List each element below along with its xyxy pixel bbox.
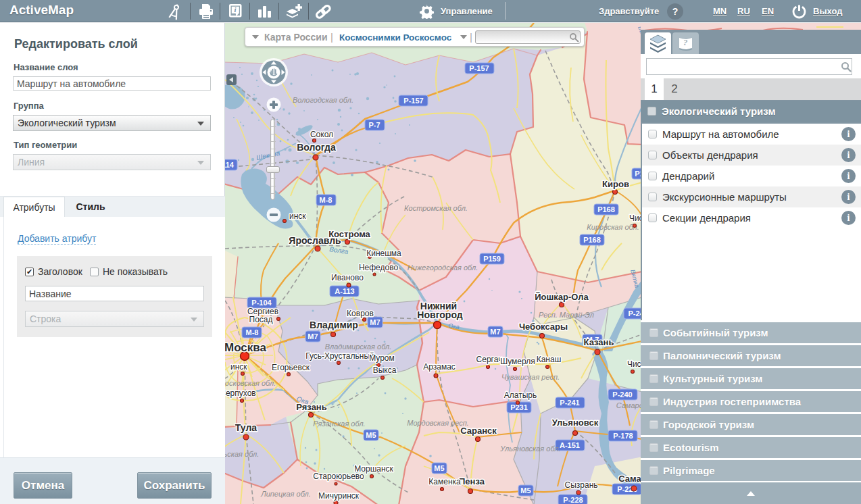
svg-text:Ульяновск: Ульяновск [552, 418, 599, 428]
svg-text:инск: инск [230, 362, 247, 372]
svg-text:Сызрань: Сызрань [564, 480, 597, 490]
svg-text:Р-157: Р-157 [469, 64, 489, 72]
svg-text:Выкса: Выкса [373, 366, 397, 375]
svg-text:Гусь-Хрустальный: Гусь-Хрустальный [305, 351, 374, 361]
svg-text:Р159: Р159 [483, 255, 501, 263]
svg-text:Саранск: Саранск [460, 426, 497, 436]
svg-text:Серпухов: Серпухов [225, 388, 256, 398]
svg-text:Р-24: Р-24 [628, 309, 641, 318]
svg-text:Йошкар-Ола: Йошкар-Ола [535, 292, 589, 302]
svg-text:Алатырь: Алатырь [504, 390, 537, 400]
svg-text:?: ? [683, 37, 688, 47]
svg-text:Тульская обл.: Тульская обл. [225, 450, 259, 458]
svg-text:А-151: А-151 [560, 441, 580, 449]
svg-text:Р-241: Р-241 [560, 399, 579, 407]
svg-text:Мичуринск: Мичуринск [318, 491, 360, 501]
svg-text:Ковров: Ковров [347, 309, 374, 318]
svg-text:Шексна: Шексна [255, 149, 280, 161]
svg-text:Р-178: Р-178 [613, 432, 633, 440]
svg-text:М-8: М-8 [320, 196, 333, 204]
svg-text:Вологодская обл.: Вологодская обл. [293, 96, 353, 104]
svg-text:Кострома: Кострома [328, 229, 370, 239]
svg-text:Сергач: Сергач [476, 355, 503, 364]
svg-text:М-8: М-8 [246, 328, 259, 336]
svg-text:Муром: Муром [369, 353, 395, 363]
svg-text:Вологда: Вологда [297, 142, 336, 153]
svg-text:Чист: Чист [627, 359, 641, 369]
svg-text:Рязань: Рязань [296, 402, 326, 412]
svg-text:Волга: Волга [329, 245, 349, 255]
svg-text:М7: М7 [490, 328, 500, 336]
svg-text:Р168: Р168 [597, 205, 615, 213]
svg-text:Московская обл.: Московская обл. [225, 379, 276, 387]
svg-text:М5: М5 [520, 486, 531, 495]
svg-text:Сокол: Сокол [310, 130, 333, 139]
svg-text:Вятка: Вятка [629, 269, 641, 288]
svg-text:Арзамас: Арзамас [423, 362, 456, 372]
svg-text:Киров: Киров [602, 179, 629, 189]
svg-text:Р-104: Р-104 [251, 299, 272, 307]
svg-text:М5: М5 [366, 431, 376, 439]
svg-text:114: 114 [225, 161, 235, 169]
svg-text:Тула: Тула [235, 422, 257, 433]
svg-text:Староюрьево: Староюрьево [313, 472, 364, 481]
svg-text:Нижегородская обл.: Нижегородская обл. [408, 263, 478, 272]
svg-text:Егорьевск: Егорьевск [272, 363, 310, 372]
svg-text:А-113: А-113 [335, 287, 354, 295]
svg-text:Нефедово: Нефедово [359, 263, 399, 272]
svg-text:Канаш: Канаш [537, 355, 562, 364]
svg-text:М7: М7 [370, 318, 380, 326]
svg-text:Каменка: Каменка [428, 477, 461, 486]
svg-text:Чист: Чист [629, 213, 641, 223]
svg-text:Р-228: Р-228 [563, 496, 583, 504]
svg-text:Р231: Р231 [510, 403, 528, 411]
svg-text:Р-7: Р-7 [368, 121, 380, 129]
svg-text:Р-157: Р-157 [403, 97, 423, 105]
svg-text:Шумерля: Шумерля [500, 357, 535, 366]
svg-text:Чебоксары: Чебоксары [519, 322, 568, 332]
svg-text:Посад: Посад [249, 315, 273, 324]
svg-text:Казань: Казань [584, 337, 614, 347]
svg-text:Липецкая обл.: Липецкая обл. [260, 490, 311, 498]
svg-text:Рязанская обл.: Рязанская обл. [313, 420, 365, 428]
svg-text:Владимирская обл.: Владимирская обл. [325, 343, 392, 351]
svg-text:Мордовская респ.: Мордовская респ. [407, 419, 469, 427]
svg-text:инск: инск [289, 211, 306, 221]
svg-text:Респ. Марий-Эл: Респ. Марий-Эл [539, 311, 594, 319]
svg-text:М5: М5 [434, 464, 444, 472]
svg-text:Самар: Самар [618, 474, 641, 484]
svg-text:Иваново: Иваново [331, 273, 364, 282]
svg-text:Москва: Москва [225, 341, 267, 354]
svg-text:Ока: Ока [448, 322, 460, 330]
svg-text:Кинешма: Кинешма [366, 249, 401, 258]
svg-text:Пенза: Пенза [459, 476, 485, 486]
svg-text:Владимир: Владимир [310, 320, 358, 330]
svg-text:Чувашская респ.: Чувашская респ. [501, 373, 560, 381]
svg-text:Ульяновская обл.: Ульяновская обл. [499, 445, 560, 453]
svg-text:Кировская обл.: Кировская обл. [587, 223, 639, 231]
svg-text:Р168: Р168 [583, 236, 601, 244]
svg-text:М7: М7 [308, 332, 318, 341]
svg-text:Новгород: Новгород [417, 309, 462, 320]
svg-text:Р1: Р1 [635, 170, 641, 178]
svg-text:Р-240: Р-240 [612, 390, 632, 399]
svg-text:Костромская обл.: Костромская обл. [404, 204, 468, 212]
svg-text:Самарская: Самарская [616, 401, 641, 409]
